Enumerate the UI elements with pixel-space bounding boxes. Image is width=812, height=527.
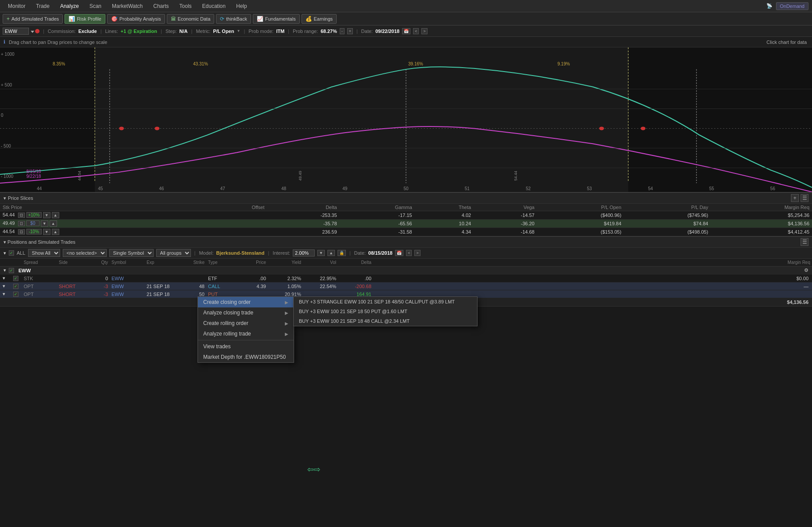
stk-copy-icon-2[interactable]: ⊡ — [18, 221, 25, 226]
stk-row[interactable]: ▾ STK 0 EWW ETF .00 2.32% 22.95% .00 $0.… — [0, 274, 812, 282]
interest-decrease[interactable]: ▼ — [317, 250, 325, 256]
dropdown-arrow[interactable] — [31, 29, 34, 34]
offset-2 — [207, 220, 267, 228]
gear-icon[interactable]: ⚙ — [804, 267, 808, 273]
earnings-button[interactable]: 💰 Earnings — [302, 14, 337, 24]
opt-call-row[interactable]: ▾ OPT SHORT -3 EWW 21 SEP 18 48 CALL 4.3… — [0, 282, 812, 290]
offset-down-1[interactable]: ▼ — [43, 212, 50, 218]
nav-monitor[interactable]: Monitor — [4, 1, 30, 11]
nav-analyze[interactable]: Analyze — [56, 1, 83, 11]
stk-copy-icon-3[interactable]: ⊡ — [18, 229, 25, 235]
prob-range-decrease[interactable]: - — [340, 28, 345, 34]
offset-input-3[interactable] — [26, 229, 42, 235]
stk-spread: STK — [22, 275, 57, 282]
table-row[interactable]: 49.49 ⊡ ▼ ▲ -35.78 -65.56 10.24 -36.20 $… — [0, 220, 812, 228]
all-checkbox[interactable] — [9, 250, 14, 256]
risk-profile-button[interactable]: 📊 Risk Profile — [65, 14, 105, 24]
date-value[interactable]: 09/22/2018 — [375, 29, 399, 34]
date-label: Date: — [361, 29, 373, 34]
nav-marketwatch[interactable]: MarketWatch — [108, 1, 147, 11]
economic-data-button[interactable]: 🏛 Economic Data — [167, 14, 215, 24]
lines-label: Lines: — [105, 29, 118, 34]
price-slices-menu-btn[interactable]: ☰ — [801, 194, 808, 202]
offset-down-2[interactable]: ▼ — [41, 220, 48, 227]
pos-calendar-btn[interactable]: 📅 — [395, 250, 403, 256]
single-symbol-select[interactable]: Single Symbol — [109, 249, 154, 257]
metric-value[interactable]: P/L Open — [213, 29, 234, 34]
pos-date-value[interactable]: 08/15/2018 — [368, 250, 392, 256]
offset-down-3[interactable]: ▼ — [43, 229, 50, 235]
offset-up-1[interactable]: ▲ — [52, 212, 59, 218]
opt1-vol: 22.54% — [303, 283, 338, 289]
eww-group-row[interactable]: ▾ EWW ⚙ — [0, 267, 812, 274]
submenu-item-2[interactable]: BUY +3 EWW 100 21 SEP 18 50 PUT @1.60 LM… — [294, 307, 477, 316]
probability-analysis-button[interactable]: 🎯 Probability Analysis — [107, 14, 165, 24]
offset-input-2[interactable] — [26, 220, 40, 226]
margin-1: $5,254.36 — [711, 211, 812, 220]
submenu-item-3[interactable]: BUY +3 EWW 100 21 SEP 18 48 CALL @2.34 L… — [294, 316, 477, 326]
table-row[interactable]: 54.44 ⊡ ▼ ▲ -253.35 -17.15 4.02 -14.57 (… — [0, 211, 812, 220]
interest-input[interactable] — [293, 249, 315, 256]
offset-input-1[interactable] — [26, 212, 42, 218]
pos-date-increase[interactable]: > — [414, 250, 420, 256]
table-row[interactable]: 44.54 ⊡ ▼ ▲ 236.59 -31.58 4.34 -14.68 ($… — [0, 228, 812, 236]
pos-date-decrease[interactable]: < — [406, 250, 412, 256]
stk-copy-icon-1[interactable]: ⊡ — [18, 213, 25, 218]
stk-price-icons-1: ⊡ ▼ ▲ — [18, 212, 59, 217]
model-value[interactable]: Bjerksund-Stensland — [216, 250, 264, 256]
offset-up-3[interactable]: ▲ — [52, 229, 59, 235]
interest-lock[interactable]: 🔒 — [338, 250, 346, 256]
interest-increase[interactable]: ▲ — [327, 250, 335, 256]
stk-checkbox[interactable] — [13, 276, 18, 281]
opt2-checkbox[interactable] — [13, 292, 18, 297]
positions-menu-btn[interactable]: ☰ — [801, 238, 808, 246]
add-sim-trades-button[interactable]: + Add Simulated Trades — [3, 14, 63, 24]
show-all-select[interactable]: Show All — [28, 249, 60, 257]
price-slices-arrow[interactable]: ▾ — [4, 195, 6, 201]
stk-margin: $0.00 — [373, 275, 812, 282]
chart-area[interactable]: + 1000 + 500 0 - 500 - 1000 8.35% 43.31%… — [0, 47, 812, 192]
ctx-create-closing-order[interactable]: Create closing order ▶ — [198, 297, 294, 307]
group-expand-arrow[interactable]: ▾ — [4, 267, 6, 273]
positions-header: ▾ Positions and Simulated Trades ☰ — [0, 236, 812, 248]
nav-education[interactable]: Education — [198, 1, 230, 11]
calendar-btn[interactable]: 📅 — [402, 28, 410, 34]
date-decrease[interactable]: < — [413, 28, 419, 34]
nav-charts[interactable]: Charts — [149, 1, 173, 11]
opt1-yield: 1.05% — [268, 283, 303, 289]
ctx-create-rolling-order[interactable]: Create rolling order ▶ — [198, 318, 294, 328]
no-selected-select[interactable]: <no selected> — [63, 249, 107, 257]
toolbar: + Add Simulated Trades 📊 Risk Profile 🎯 … — [0, 12, 812, 25]
nav-help[interactable]: Help — [232, 1, 252, 11]
nav-tools[interactable]: Tools — [175, 1, 196, 11]
offset-up-2[interactable]: ▲ — [50, 220, 57, 227]
ctx-analyze-rolling-trade[interactable]: Analyze rolling trade ▶ — [198, 328, 294, 339]
ondemand-button[interactable]: OnDemand — [776, 2, 808, 10]
ctx-view-trades[interactable]: View trades — [198, 341, 294, 352]
fundamentals-button[interactable]: 📈 Fundamentals — [253, 14, 300, 24]
thinkback-button[interactable]: ⟳ thinkBack — [216, 14, 251, 24]
theta-1: 4.02 — [415, 211, 474, 220]
price-slices-add-btn[interactable]: + — [791, 194, 799, 202]
price-slices-container: Stk Price Offset Delta Gamma Theta Vega … — [0, 204, 812, 236]
all-groups-select[interactable]: All groups — [156, 249, 191, 257]
nav-scan[interactable]: Scan — [85, 1, 106, 11]
prob-range-increase[interactable]: + — [347, 28, 353, 34]
ctx-market-depth[interactable]: Market Depth for .EWW180921P50 — [198, 352, 294, 362]
positions-arrow[interactable]: ▾ — [4, 239, 6, 245]
date-increase[interactable]: > — [421, 28, 427, 34]
ctx-analyze-closing-trade[interactable]: Analyze closing trade ▶ — [198, 307, 294, 318]
nav-right: 📡 OnDemand — [766, 2, 808, 10]
prob-mode-value: ITM — [276, 29, 284, 34]
commission-value[interactable]: Exclude — [78, 29, 97, 34]
submenu-item-1[interactable]: BUY +3 STRANGLE EWW 100 21 SEP 18 48/50 … — [294, 297, 477, 307]
group-checkbox[interactable] — [9, 268, 14, 273]
symbol-input[interactable] — [3, 28, 29, 35]
positions-title: Positions and Simulated Trades — [7, 239, 75, 245]
stk-delta: .00 — [338, 275, 373, 282]
col-stk-price: Stk Price — [0, 204, 207, 211]
opt1-checkbox[interactable] — [13, 284, 18, 289]
expand-arrow[interactable]: ▾ — [4, 250, 6, 256]
nav-trade[interactable]: Trade — [32, 1, 54, 11]
bank-icon: 🏛 — [171, 16, 176, 22]
